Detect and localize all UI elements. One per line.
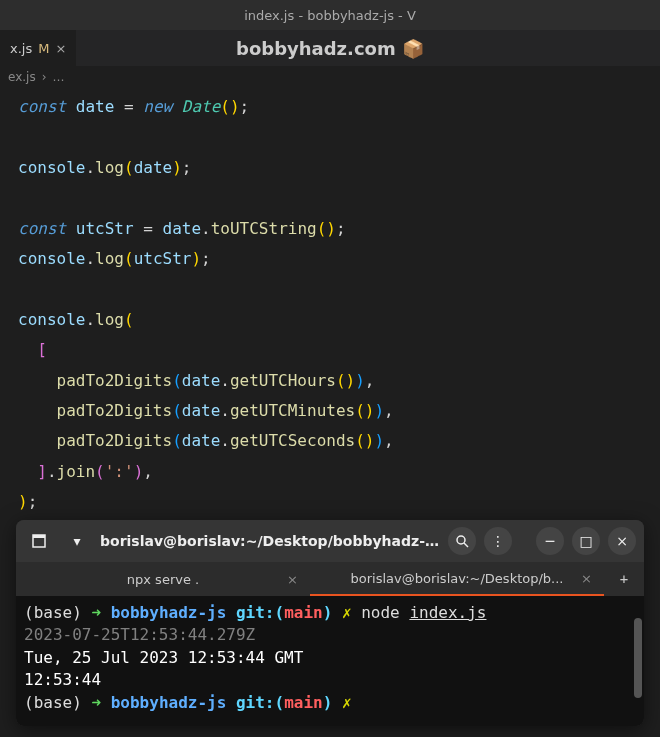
scrollbar[interactable] xyxy=(634,618,642,698)
terminal-tab-label: npx serve . xyxy=(127,572,199,587)
close-icon[interactable]: × xyxy=(55,41,66,56)
terminal-line: (base) ➜ bobbyhadz-js git:(main) ✗ xyxy=(24,692,636,714)
terminal-body[interactable]: (base) ➜ bobbyhadz-js git:(main) ✗ node … xyxy=(16,596,644,726)
search-icon xyxy=(455,534,469,548)
close-icon[interactable]: × xyxy=(581,571,592,586)
menu-button[interactable]: ⋮ xyxy=(484,527,512,555)
minimize-button[interactable]: ─ xyxy=(536,527,564,555)
window-title: index.js - bobbyhadz-js - V xyxy=(244,8,416,23)
chevron-right-icon: › xyxy=(42,70,47,84)
terminal-output: Tue, 25 Jul 2023 12:53:44 GMT xyxy=(24,647,636,669)
minimize-icon: ─ xyxy=(546,533,554,549)
svg-line-3 xyxy=(464,543,468,547)
maximize-button[interactable]: □ xyxy=(572,527,600,555)
breadcrumb[interactable]: ex.js › … xyxy=(0,66,660,88)
close-window-button[interactable]: × xyxy=(608,527,636,555)
plus-icon: + xyxy=(620,571,628,587)
window-titlebar: index.js - bobbyhadz-js - V xyxy=(0,0,660,30)
add-tab-button[interactable]: + xyxy=(604,562,644,596)
box-icon: 📦 xyxy=(402,38,424,59)
tab-modified-indicator: M xyxy=(38,41,49,56)
watermark-text: bobbyhadz.com xyxy=(236,38,396,59)
terminal-tabs: npx serve . × borislav@borislav:~/Deskto… xyxy=(16,562,644,596)
tab-dropdown-button[interactable]: ▾ xyxy=(62,526,92,556)
svg-point-2 xyxy=(457,536,465,544)
terminal-header: ▾ borislav@borislav:~/Desktop/bobbyhadz-… xyxy=(16,520,644,562)
terminal-tab-serve[interactable]: npx serve . × xyxy=(16,562,310,596)
terminal-line: (base) ➜ bobbyhadz-js git:(main) ✗ node … xyxy=(24,602,636,624)
terminal-output: 2023-07-25T12:53:44.279Z xyxy=(24,624,636,646)
chevron-down-icon: ▾ xyxy=(73,533,80,549)
breadcrumb-more: … xyxy=(53,70,65,84)
terminal-window: ▾ borislav@borislav:~/Desktop/bobbyhadz-… xyxy=(16,520,644,726)
terminal-tab-shell[interactable]: borislav@borislav:~/Desktop/b... × xyxy=(310,562,604,596)
kebab-icon: ⋮ xyxy=(491,533,505,549)
terminal-tab-label: borislav@borislav:~/Desktop/b... xyxy=(351,571,564,586)
new-tab-button[interactable] xyxy=(24,526,54,556)
close-icon: × xyxy=(616,533,628,549)
watermark: bobbyhadz.com 📦 xyxy=(236,38,424,59)
close-icon[interactable]: × xyxy=(287,572,298,587)
maximize-icon: □ xyxy=(579,533,592,549)
breadcrumb-file: ex.js xyxy=(8,70,36,84)
editor-tabbar: x.js M × bobbyhadz.com 📦 xyxy=(0,30,660,66)
terminal-output: 12:53:44 xyxy=(24,669,636,691)
tab-filename: x.js xyxy=(10,41,32,56)
terminal-title: borislav@borislav:~/Desktop/bobbyhadz-r.… xyxy=(100,533,440,549)
svg-rect-1 xyxy=(33,535,45,538)
editor-tab[interactable]: x.js M × xyxy=(0,30,76,66)
search-button[interactable] xyxy=(448,527,476,555)
terminal-icon xyxy=(32,534,46,548)
